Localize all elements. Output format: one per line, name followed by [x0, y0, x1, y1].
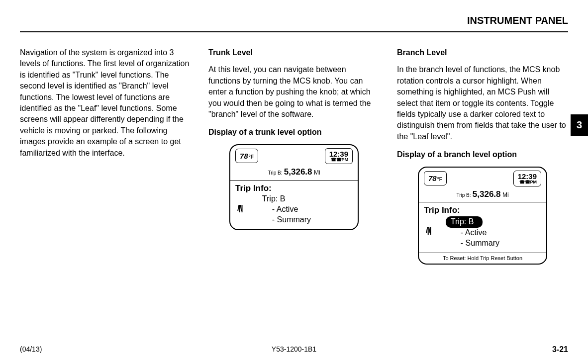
trip-value: 5,326.8 [473, 189, 501, 199]
highlighted-trip: Trip: B [446, 216, 483, 228]
time-period: ☎☎PM [518, 180, 537, 184]
header-title: INSTRUMENT PANEL [467, 15, 568, 26]
option-summary: - Summary [436, 238, 499, 249]
display-title: Trip Info: [424, 204, 541, 216]
time-value: 12:39 [518, 173, 537, 180]
footer-date: (04/13) [20, 345, 42, 354]
footer-doc-number: Y53-1200-1B1 [272, 345, 316, 353]
display-row: /|\| Trip: B - Active - Summary [235, 194, 353, 225]
trunk-level-heading: Trunk Level [208, 47, 380, 58]
trip-label: Trip B: [456, 192, 471, 198]
trip-info-line: Trip B: 5,326.8 Mi [419, 187, 546, 202]
temperature-box: 78 °F [235, 149, 258, 163]
temperature-unit: °F [437, 176, 442, 183]
display-title: Trip Info: [235, 182, 353, 194]
trip-label: Trip B: [268, 170, 282, 176]
option-summary: - Summary [247, 215, 311, 225]
trip-unit: Mi [314, 169, 320, 176]
display-options: Trip: B - Active - Summary [247, 194, 311, 225]
display-main: Trip Info: /|\| Trip: B - Active - Summa… [419, 202, 546, 252]
trip-value: 5,326.8 [284, 167, 312, 177]
branch-level-paragraph: In the branch level of functions, the MC… [397, 64, 568, 142]
column-1: Navigation of the system is organized in… [20, 47, 191, 265]
time-period: ☎☎PM [329, 158, 348, 162]
trip-unit: Mi [502, 191, 509, 198]
page-footer: (04/13) Y53-1200-1B1 3-21 [20, 345, 568, 354]
branch-level-display: 78 °F 12:39 ☎☎PM Trip B: 5,326.8 Mi Trip… [418, 167, 547, 265]
branch-level-heading: Branch Level [397, 47, 568, 58]
display-top-bar: 78 °F 12:39 ☎☎PM [230, 145, 358, 165]
temperature-value: 78 [240, 151, 248, 161]
trip-line-highlighted: Trip: B [436, 216, 499, 228]
page-header: INSTRUMENT PANEL [20, 15, 568, 32]
branch-display-heading: Display of a branch level option [397, 149, 568, 160]
time-box: 12:39 ☎☎PM [325, 148, 353, 164]
column-3: Branch Level In the branch level of func… [397, 47, 568, 265]
time-box: 12:39 ☎☎PM [513, 171, 541, 186]
trip-line: Trip: B [247, 194, 311, 204]
time-value: 12:39 [329, 150, 348, 158]
trunk-display-heading: Display of a trunk level option [208, 127, 380, 138]
trunk-level-display: 78 °F 12:39 ☎☎PM Trip B: 5,326.8 Mi Trip… [229, 144, 359, 230]
temperature-value: 78 [428, 173, 437, 183]
trunk-level-paragraph: At this level, you can navigate between … [208, 64, 380, 120]
display-row: /|\| Trip: B - Active - Summary [424, 216, 541, 248]
option-active: - Active [247, 204, 311, 215]
intro-paragraph: Navigation of the system is organized in… [20, 47, 191, 159]
temperature-unit: °F [249, 154, 254, 161]
footer-page-number: 3-21 [552, 345, 568, 354]
trip-info-line: Trip B: 5,326.8 Mi [230, 165, 358, 180]
option-active: - Active [436, 228, 499, 238]
display-options: Trip: B - Active - Summary [436, 216, 499, 248]
chapter-tab: 3 [571, 114, 588, 136]
compass-icon: /|\| [426, 225, 431, 236]
reset-note: To Reset: Hold Trip Reset Button [419, 253, 546, 264]
compass-icon: /|\| [237, 203, 242, 214]
column-2: Trunk Level At this level, you can navig… [208, 47, 380, 265]
display-top-bar: 78 °F 12:39 ☎☎PM [419, 168, 546, 187]
temperature-box: 78 °F [424, 171, 447, 185]
content-area: Navigation of the system is organized in… [20, 47, 568, 265]
display-main: Trip Info: /|\| Trip: B - Active - Summa… [230, 180, 358, 229]
